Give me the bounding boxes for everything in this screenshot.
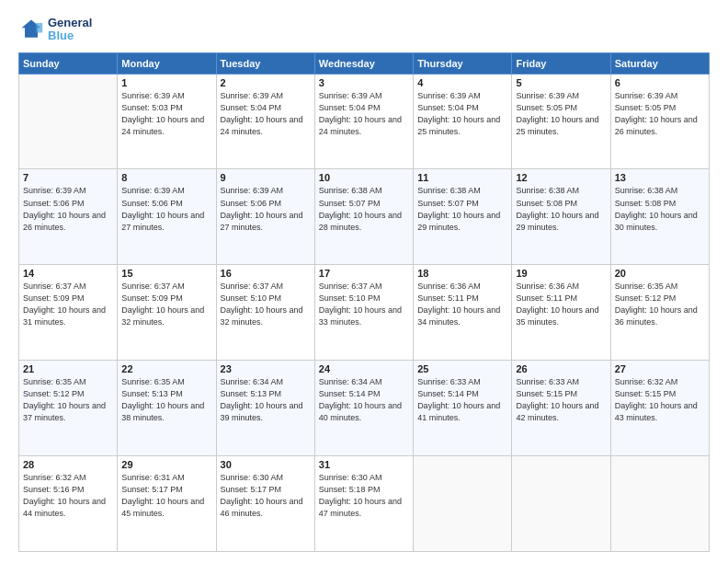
day-number: 28 bbox=[23, 459, 113, 470]
day-info: Sunrise: 6:30 AMSunset: 5:17 PMDaylight:… bbox=[221, 472, 311, 520]
calendar-cell: 10Sunrise: 6:38 AMSunset: 5:07 PMDayligh… bbox=[314, 169, 413, 265]
day-number: 29 bbox=[121, 459, 211, 470]
weekday-header-row: SundayMondayTuesdayWednesdayThursdayFrid… bbox=[19, 52, 710, 74]
calendar-cell: 30Sunrise: 6:30 AMSunset: 5:17 PMDayligh… bbox=[216, 456, 314, 552]
day-info: Sunrise: 6:37 AMSunset: 5:10 PMDaylight:… bbox=[221, 281, 311, 328]
calendar-week-2: 7Sunrise: 6:39 AMSunset: 5:06 PMDaylight… bbox=[19, 169, 710, 265]
day-number: 12 bbox=[516, 172, 606, 183]
logo-text: General Blue bbox=[48, 17, 92, 43]
calendar-cell bbox=[610, 456, 709, 552]
day-number: 4 bbox=[417, 77, 507, 88]
calendar-cell: 2Sunrise: 6:39 AMSunset: 5:04 PMDaylight… bbox=[216, 74, 314, 169]
calendar-cell bbox=[414, 456, 512, 552]
day-info: Sunrise: 6:38 AMSunset: 5:08 PMDaylight:… bbox=[516, 185, 606, 233]
calendar-cell: 28Sunrise: 6:32 AMSunset: 5:16 PMDayligh… bbox=[19, 456, 118, 552]
calendar-cell: 16Sunrise: 6:37 AMSunset: 5:10 PMDayligh… bbox=[216, 265, 314, 361]
day-info: Sunrise: 6:39 AMSunset: 5:06 PMDaylight:… bbox=[23, 185, 113, 233]
weekday-header-tuesday: Tuesday bbox=[216, 52, 314, 74]
day-info: Sunrise: 6:39 AMSunset: 5:04 PMDaylight:… bbox=[319, 90, 409, 138]
calendar-cell: 14Sunrise: 6:37 AMSunset: 5:09 PMDayligh… bbox=[19, 265, 118, 361]
calendar-cell: 9Sunrise: 6:39 AMSunset: 5:06 PMDaylight… bbox=[216, 169, 314, 265]
calendar-week-3: 14Sunrise: 6:37 AMSunset: 5:09 PMDayligh… bbox=[19, 265, 710, 361]
calendar-cell: 5Sunrise: 6:39 AMSunset: 5:05 PMDaylight… bbox=[512, 74, 610, 169]
day-number: 1 bbox=[121, 77, 211, 88]
day-info: Sunrise: 6:36 AMSunset: 5:11 PMDaylight:… bbox=[417, 281, 507, 328]
weekday-header-thursday: Thursday bbox=[414, 52, 512, 74]
weekday-header-saturday: Saturday bbox=[610, 52, 709, 74]
day-info: Sunrise: 6:39 AMSunset: 5:05 PMDaylight:… bbox=[615, 90, 705, 138]
day-number: 31 bbox=[319, 459, 409, 470]
calendar-cell: 8Sunrise: 6:39 AMSunset: 5:06 PMDaylight… bbox=[118, 169, 216, 265]
day-info: Sunrise: 6:37 AMSunset: 5:09 PMDaylight:… bbox=[121, 281, 211, 328]
day-number: 26 bbox=[516, 363, 606, 374]
calendar-week-5: 28Sunrise: 6:32 AMSunset: 5:16 PMDayligh… bbox=[19, 456, 710, 552]
day-info: Sunrise: 6:38 AMSunset: 5:08 PMDaylight:… bbox=[615, 185, 705, 233]
calendar-cell: 13Sunrise: 6:38 AMSunset: 5:08 PMDayligh… bbox=[610, 169, 709, 265]
day-number: 24 bbox=[319, 363, 409, 374]
day-number: 5 bbox=[516, 77, 606, 88]
header: General Blue bbox=[18, 17, 710, 43]
day-info: Sunrise: 6:35 AMSunset: 5:13 PMDaylight:… bbox=[121, 376, 211, 424]
calendar-cell: 22Sunrise: 6:35 AMSunset: 5:13 PMDayligh… bbox=[118, 361, 216, 456]
calendar-cell: 21Sunrise: 6:35 AMSunset: 5:12 PMDayligh… bbox=[19, 361, 118, 456]
day-number: 6 bbox=[615, 77, 705, 88]
day-info: Sunrise: 6:30 AMSunset: 5:18 PMDaylight:… bbox=[319, 472, 409, 520]
calendar-cell: 12Sunrise: 6:38 AMSunset: 5:08 PMDayligh… bbox=[512, 169, 610, 265]
calendar-cell: 23Sunrise: 6:34 AMSunset: 5:13 PMDayligh… bbox=[216, 361, 314, 456]
weekday-header-monday: Monday bbox=[118, 52, 216, 74]
weekday-header-wednesday: Wednesday bbox=[314, 52, 413, 74]
day-info: Sunrise: 6:34 AMSunset: 5:14 PMDaylight:… bbox=[319, 376, 409, 424]
day-info: Sunrise: 6:34 AMSunset: 5:13 PMDaylight:… bbox=[221, 376, 311, 424]
calendar-cell: 11Sunrise: 6:38 AMSunset: 5:07 PMDayligh… bbox=[414, 169, 512, 265]
day-number: 7 bbox=[23, 172, 113, 183]
day-info: Sunrise: 6:38 AMSunset: 5:07 PMDaylight:… bbox=[319, 185, 409, 233]
calendar-table: SundayMondayTuesdayWednesdayThursdayFrid… bbox=[18, 52, 710, 552]
day-number: 25 bbox=[417, 363, 507, 374]
day-number: 21 bbox=[23, 363, 113, 374]
day-number: 13 bbox=[615, 172, 705, 183]
calendar-cell: 6Sunrise: 6:39 AMSunset: 5:05 PMDaylight… bbox=[610, 74, 709, 169]
calendar-cell: 26Sunrise: 6:33 AMSunset: 5:15 PMDayligh… bbox=[512, 361, 610, 456]
calendar-cell: 24Sunrise: 6:34 AMSunset: 5:14 PMDayligh… bbox=[314, 361, 413, 456]
day-info: Sunrise: 6:36 AMSunset: 5:11 PMDaylight:… bbox=[516, 281, 606, 328]
calendar-cell: 18Sunrise: 6:36 AMSunset: 5:11 PMDayligh… bbox=[414, 265, 512, 361]
page: General Blue SundayMondayTuesdayWednesda… bbox=[0, 0, 728, 563]
day-number: 2 bbox=[221, 77, 311, 88]
day-number: 10 bbox=[319, 172, 409, 183]
weekday-header-friday: Friday bbox=[512, 52, 610, 74]
day-info: Sunrise: 6:39 AMSunset: 5:03 PMDaylight:… bbox=[121, 90, 211, 138]
calendar-cell: 29Sunrise: 6:31 AMSunset: 5:17 PMDayligh… bbox=[118, 456, 216, 552]
day-info: Sunrise: 6:33 AMSunset: 5:14 PMDaylight:… bbox=[417, 376, 507, 424]
day-info: Sunrise: 6:37 AMSunset: 5:09 PMDaylight:… bbox=[23, 281, 113, 328]
day-info: Sunrise: 6:39 AMSunset: 5:06 PMDaylight:… bbox=[121, 185, 211, 233]
day-number: 19 bbox=[516, 268, 606, 279]
day-info: Sunrise: 6:33 AMSunset: 5:15 PMDaylight:… bbox=[516, 376, 606, 424]
calendar-cell: 17Sunrise: 6:37 AMSunset: 5:10 PMDayligh… bbox=[314, 265, 413, 361]
day-number: 11 bbox=[417, 172, 507, 183]
day-number: 30 bbox=[221, 459, 311, 470]
day-number: 20 bbox=[615, 268, 705, 279]
calendar-cell bbox=[512, 456, 610, 552]
calendar-week-1: 1Sunrise: 6:39 AMSunset: 5:03 PMDaylight… bbox=[19, 74, 710, 169]
day-info: Sunrise: 6:32 AMSunset: 5:15 PMDaylight:… bbox=[615, 376, 705, 424]
weekday-header-sunday: Sunday bbox=[19, 52, 118, 74]
day-info: Sunrise: 6:35 AMSunset: 5:12 PMDaylight:… bbox=[23, 376, 113, 424]
day-number: 14 bbox=[23, 268, 113, 279]
calendar-week-4: 21Sunrise: 6:35 AMSunset: 5:12 PMDayligh… bbox=[19, 361, 710, 456]
calendar-cell: 27Sunrise: 6:32 AMSunset: 5:15 PMDayligh… bbox=[610, 361, 709, 456]
day-number: 17 bbox=[319, 268, 409, 279]
calendar-cell: 20Sunrise: 6:35 AMSunset: 5:12 PMDayligh… bbox=[610, 265, 709, 361]
day-number: 9 bbox=[221, 172, 311, 183]
day-number: 16 bbox=[221, 268, 311, 279]
day-number: 23 bbox=[221, 363, 311, 374]
logo: General Blue bbox=[18, 17, 92, 43]
calendar-cell: 19Sunrise: 6:36 AMSunset: 5:11 PMDayligh… bbox=[512, 265, 610, 361]
day-info: Sunrise: 6:38 AMSunset: 5:07 PMDaylight:… bbox=[417, 185, 507, 233]
day-info: Sunrise: 6:39 AMSunset: 5:05 PMDaylight:… bbox=[516, 90, 606, 138]
day-info: Sunrise: 6:39 AMSunset: 5:04 PMDaylight:… bbox=[417, 90, 507, 138]
day-number: 18 bbox=[417, 268, 507, 279]
calendar-cell: 3Sunrise: 6:39 AMSunset: 5:04 PMDaylight… bbox=[314, 74, 413, 169]
day-number: 22 bbox=[121, 363, 211, 374]
calendar-cell: 4Sunrise: 6:39 AMSunset: 5:04 PMDaylight… bbox=[414, 74, 512, 169]
day-info: Sunrise: 6:35 AMSunset: 5:12 PMDaylight:… bbox=[615, 281, 705, 328]
